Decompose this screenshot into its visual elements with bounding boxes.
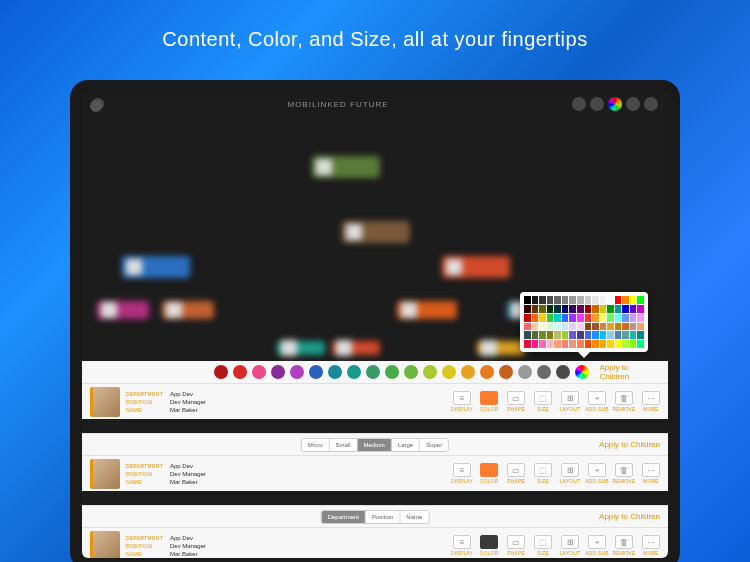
color-button[interactable]: COLOR	[476, 535, 502, 556]
menu-icon[interactable]	[92, 98, 104, 110]
color-cell[interactable]	[569, 314, 576, 322]
addsub-button[interactable]: +ADD SUB	[584, 463, 610, 484]
color-cell[interactable]	[569, 296, 576, 304]
position-value[interactable]: Dev Manager	[170, 399, 206, 405]
layout-button[interactable]: ⊞LAYOUT	[557, 463, 583, 484]
palette-swatch[interactable]	[233, 365, 247, 379]
color-cell[interactable]	[539, 305, 546, 313]
color-cell[interactable]	[622, 305, 629, 313]
print-icon[interactable]	[572, 97, 586, 111]
palette-swatch[interactable]	[214, 365, 228, 379]
color-cell[interactable]	[607, 296, 614, 304]
color-cell[interactable]	[615, 331, 622, 339]
color-cell[interactable]	[622, 314, 629, 322]
color-cell[interactable]	[524, 340, 531, 348]
size-button[interactable]: ⬚SIZE	[530, 391, 556, 412]
color-cell[interactable]	[547, 296, 554, 304]
color-cell[interactable]	[637, 305, 644, 313]
layout-button[interactable]: ⊞LAYOUT	[557, 391, 583, 412]
remove-button[interactable]: 🗑REMOVE	[611, 463, 637, 484]
color-cell[interactable]	[592, 331, 599, 339]
color-cell[interactable]	[592, 314, 599, 322]
color-cell[interactable]	[630, 296, 637, 304]
palette-swatch[interactable]	[518, 365, 532, 379]
display-button[interactable]: ≡DISPLAY	[449, 535, 475, 556]
display-button[interactable]: ≡DISPLAY	[449, 391, 475, 412]
segment-large[interactable]: Large	[392, 439, 420, 451]
org-node[interactable]	[332, 341, 380, 355]
color-cell[interactable]	[562, 305, 569, 313]
color-cell[interactable]	[615, 305, 622, 313]
color-cell[interactable]	[592, 340, 599, 348]
color-cell[interactable]	[577, 296, 584, 304]
dept-value[interactable]: App Dev	[170, 391, 193, 397]
apply-to-children-link[interactable]: Apply to Children	[599, 440, 660, 449]
color-cell[interactable]	[607, 331, 614, 339]
size-button[interactable]: ⬚SIZE	[530, 535, 556, 556]
help-icon[interactable]	[626, 97, 640, 111]
palette-swatch[interactable]	[328, 365, 342, 379]
color-button[interactable]: COLOR	[476, 463, 502, 484]
color-cell[interactable]	[585, 305, 592, 313]
size-segmented-control[interactable]: MicroSmallMediumLargeSuper	[301, 438, 449, 452]
color-cell[interactable]	[615, 340, 622, 348]
color-cell[interactable]	[539, 323, 546, 331]
color-cell[interactable]	[532, 314, 539, 322]
custom-color-icon[interactable]	[575, 365, 589, 379]
palette-swatch[interactable]	[252, 365, 266, 379]
color-cell[interactable]	[622, 323, 629, 331]
color-cell[interactable]	[562, 296, 569, 304]
color-cell[interactable]	[615, 314, 622, 322]
name-value[interactable]: Mar Baker	[170, 407, 198, 413]
color-cell[interactable]	[524, 331, 531, 339]
color-cell[interactable]	[562, 331, 569, 339]
color-theme-icon[interactable]	[608, 97, 622, 111]
color-cell[interactable]	[585, 323, 592, 331]
color-cell[interactable]	[600, 340, 607, 348]
color-cell[interactable]	[637, 296, 644, 304]
palette-swatch[interactable]	[290, 365, 304, 379]
color-cell[interactable]	[562, 314, 569, 322]
color-cell[interactable]	[532, 305, 539, 313]
color-cell[interactable]	[562, 340, 569, 348]
shape-button[interactable]: ▭SHAPE	[503, 391, 529, 412]
segment-medium[interactable]: Medium	[357, 439, 391, 451]
color-cell[interactable]	[622, 296, 629, 304]
color-cell[interactable]	[607, 314, 614, 322]
color-cell[interactable]	[592, 305, 599, 313]
addsub-button[interactable]: +ADD SUB	[584, 391, 610, 412]
color-cell[interactable]	[600, 323, 607, 331]
color-cell[interactable]	[532, 296, 539, 304]
palette-swatch[interactable]	[404, 365, 418, 379]
remove-button[interactable]: 🗑REMOVE	[611, 391, 637, 412]
color-cell[interactable]	[569, 331, 576, 339]
color-cell[interactable]	[592, 323, 599, 331]
more-button[interactable]: ⋯MORE	[638, 535, 664, 556]
addsub-button[interactable]: +ADD SUB	[584, 535, 610, 556]
segment-name[interactable]: Name	[400, 511, 428, 523]
shape-button[interactable]: ▭SHAPE	[503, 535, 529, 556]
color-cell[interactable]	[622, 331, 629, 339]
color-cell[interactable]	[562, 323, 569, 331]
color-cell[interactable]	[607, 340, 614, 348]
segment-position[interactable]: Position	[366, 511, 400, 523]
color-cell[interactable]	[547, 331, 554, 339]
share-icon[interactable]	[590, 97, 604, 111]
color-cell[interactable]	[554, 314, 561, 322]
segment-micro[interactable]: Micro	[302, 439, 330, 451]
color-cell[interactable]	[585, 340, 592, 348]
color-cell[interactable]	[630, 314, 637, 322]
color-cell[interactable]	[637, 331, 644, 339]
display-button[interactable]: ≡DISPLAY	[449, 463, 475, 484]
color-cell[interactable]	[539, 340, 546, 348]
settings-icon[interactable]	[644, 97, 658, 111]
remove-button[interactable]: 🗑REMOVE	[611, 535, 637, 556]
color-cell[interactable]	[577, 305, 584, 313]
color-cell[interactable]	[539, 314, 546, 322]
palette-swatch[interactable]	[271, 365, 285, 379]
palette-swatch[interactable]	[442, 365, 456, 379]
color-cell[interactable]	[524, 296, 531, 304]
color-cell[interactable]	[600, 331, 607, 339]
apply-to-children-link[interactable]: Apply to Children	[599, 512, 660, 521]
color-cell[interactable]	[577, 314, 584, 322]
